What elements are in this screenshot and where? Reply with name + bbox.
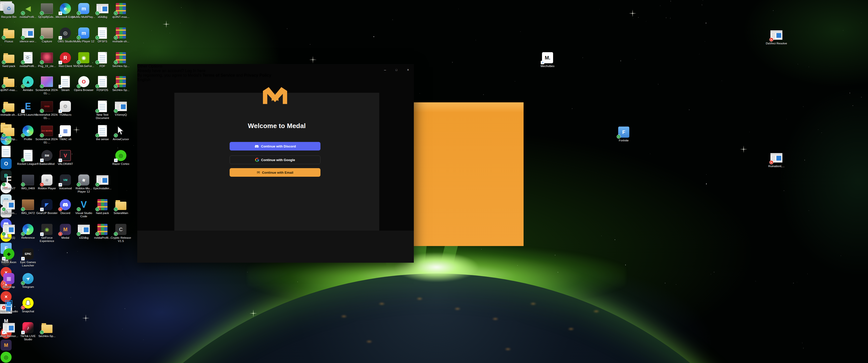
icon-art: ◎↗ (115, 150, 127, 162)
desktop-icon-mechvibes[interactable]: M.↗Mechvibes (536, 52, 559, 68)
check-badge-icon: ✓ (617, 135, 621, 139)
icon-art: ✓ (41, 27, 53, 39)
icon-art: ✓ (41, 76, 53, 88)
continue-with-google-button[interactable]: Continue with Google (229, 156, 320, 164)
icon-art: ✓ (22, 150, 34, 162)
desktop-icon-label: Bloxstrap (3, 285, 15, 289)
icon-art: ✓ (3, 223, 15, 235)
desktop-icon-razer-cortex[interactable]: ◎↗Razer Cortex (109, 150, 132, 166)
terms-prefix: By registering, you agree to Medal's (137, 73, 202, 77)
desktop-icon-solaramain[interactable]: ✓SolaraMain (109, 199, 132, 215)
icon-art: ✓ (22, 199, 34, 211)
language-label: English (137, 78, 150, 82)
icon-art: e✓ (22, 223, 34, 235)
desktop-icon-sechex-sp[interactable]: ✓SecHex-Sp... (109, 52, 132, 68)
desktop-icon-label: Razer Axon (1, 261, 16, 264)
check-badge-icon: ✓ (21, 11, 25, 15)
desktop-icon-arrowcursor[interactable]: ✓ArrowCursor (109, 125, 132, 141)
check-badge-icon: ✓ (2, 84, 6, 88)
icon-art: ✓ (22, 174, 34, 186)
icon-art: BM↗ (41, 150, 53, 162)
privacy-policy-link[interactable]: Privacy Policy (244, 73, 272, 77)
email-icon: ✉ (257, 170, 260, 175)
check-badge-icon: ✓ (21, 207, 25, 211)
desktop-icon-epicinstaller[interactable]: ✓EpicInstaller... (91, 174, 114, 190)
medal-login-window: – □ × Welcome to Medal Continue with Dis… (137, 64, 414, 263)
desktop-icon-label: TGMacro (59, 113, 71, 117)
desktop-icon-label: Kayflockm... (1, 211, 17, 215)
desktop-icon-label: Fluxus (4, 40, 13, 43)
desktop-icon-vxenrpq[interactable]: ✓VXenrpQ (109, 100, 132, 117)
desktop-icon-sechex-sp[interactable]: ✓SecHex-Sp... (109, 76, 132, 92)
check-badge-icon: ✓ (2, 60, 6, 64)
maximize-button[interactable]: □ (393, 67, 400, 73)
account-prompt: Already have an account? Log In here (137, 69, 414, 73)
desktop-icon-snapchat[interactable]: ×Snapchat (17, 297, 40, 313)
desktop-icon-fortnite[interactable]: F✓Fortnite (612, 126, 636, 142)
icon-art: ▦↗ (59, 125, 71, 137)
desktop-icon-cryptic-release-v1-5[interactable]: C✓Cryptic Release V1.5 (109, 223, 132, 243)
language-selector[interactable]: English (137, 78, 414, 82)
icon-art: ✓ (96, 125, 108, 137)
desktop-icon-epic-games-launcher[interactable]: EPIC↗Epic Games Launcher (17, 248, 40, 267)
desktop-icon-tmac-v6[interactable]: ▦↗TMAC v6 (54, 125, 77, 141)
continue-with-email-button[interactable]: ✉ Continue with Email (229, 168, 320, 177)
desktop-icon-ruinationl[interactable]: ×RuinationL... (765, 152, 788, 168)
desktop-icon-label: Riot Client (59, 65, 72, 68)
check-badge-icon: ✓ (21, 232, 25, 236)
continue-with-discord-button[interactable]: Continue with Discord (229, 142, 320, 151)
desktop-icon-label: Cryptic Release V1.5 (109, 236, 132, 243)
check-badge-icon: ✓ (114, 60, 118, 64)
icon-art: ■✓ (78, 174, 90, 186)
icon-art: ✓ (96, 27, 108, 39)
icon-art: ✓ (96, 223, 108, 235)
terms-text: By registering, you agree to Medal's Ter… (137, 73, 414, 78)
check-badge-icon: ✓ (2, 36, 6, 40)
icon-art: ◆↗ (3, 248, 15, 260)
icon-art: ▦× (3, 272, 15, 285)
log-in-link[interactable]: Log In here (185, 69, 206, 73)
check-badge-icon: ✓ (2, 232, 6, 236)
error-badge-icon: × (769, 38, 773, 42)
desktop-icon-quint-mas[interactable]: ✓qUINT-mas... (109, 2, 132, 19)
shortcut-arrow-icon: ↗ (59, 11, 62, 15)
desktop-icon-telegram[interactable]: ➤✓Telegram (17, 272, 40, 289)
desktop-icon-label: reshade-sh... (0, 113, 17, 117)
orange-background-window[interactable] (414, 102, 524, 246)
shortcut-arrow-icon: ↗ (59, 36, 62, 40)
desktop-icon-label: SecHex-Sp... (0, 138, 18, 141)
icon-art: × (59, 199, 71, 211)
desktop-icon-label: SecHex-Sp... (112, 65, 129, 68)
icon-art: M.↗ (541, 52, 554, 64)
desktop-icon-label: VXenrpQ (115, 113, 127, 117)
button-label: Continue with Email (262, 171, 293, 174)
icon-art: ▣× (3, 297, 15, 309)
other-options-link[interactable]: Other Options (137, 64, 414, 69)
check-badge-icon: ✓ (21, 158, 25, 162)
icon-art: ✓ (96, 199, 108, 211)
icon-art: ◎↗ (59, 27, 71, 39)
icon-art: ⚙↗ (59, 100, 71, 112)
desktop-icon-label: hwid pack (2, 65, 15, 68)
icon-art: ✓ (96, 174, 108, 186)
terms-of-service-link[interactable]: Terms of Service (203, 73, 235, 77)
check-badge-icon: ✓ (114, 232, 118, 236)
desktop-icon-reshade-sh[interactable]: ✓reshade-sh... (109, 27, 132, 43)
check-badge-icon: ✓ (40, 11, 44, 15)
desktop-icon-valorant[interactable]: V↗VALORANT (54, 150, 77, 166)
icon-art: ■× (41, 174, 53, 186)
shortcut-arrow-icon: ↗ (40, 232, 44, 236)
icon-art: ⚙✓ (22, 52, 34, 64)
desktop-icon-davinci-resolve[interactable]: ×DaVinci Resolve (765, 29, 788, 45)
minimize-button[interactable]: – (381, 67, 389, 73)
desktop-icon-tgmacro[interactable]: ⚙↗TGMacro (54, 100, 77, 117)
check-badge-icon: ✓ (95, 60, 99, 64)
desktop-icon-label: reshade-sh... (112, 40, 129, 43)
check-badge-icon: ✓ (95, 183, 99, 187)
desktop-icon-label: Mechvibes (541, 65, 555, 68)
close-button[interactable]: × (404, 67, 411, 73)
desktop-icon-label: Fluxus V7 (2, 187, 15, 190)
desktop-icon-sechex-sp[interactable]: ✓SecHex-Sp... (35, 322, 59, 338)
desktop-icon-label: OBS Studio (58, 40, 73, 43)
error-badge-icon: × (58, 232, 62, 236)
